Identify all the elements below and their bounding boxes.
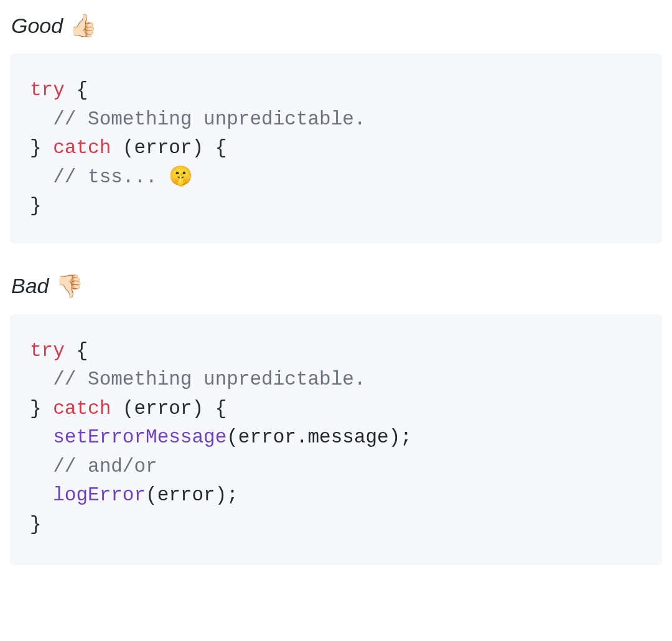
code-token: (error) { xyxy=(111,398,226,419)
code-token: // Something unpredictable. xyxy=(53,108,365,130)
code-token: (error.message); xyxy=(226,426,412,448)
code-token: // and/or xyxy=(53,456,157,477)
good-code-content: try { // Something unpredictable. } catc… xyxy=(30,76,642,221)
code-token: try xyxy=(30,79,65,101)
bad-section-label: Bad 👎🏻 xyxy=(10,273,662,299)
bad-label-text: Bad xyxy=(11,274,49,298)
bad-code-block: try { // Something unpredictable. } catc… xyxy=(10,314,662,566)
code-token: catch xyxy=(53,398,111,419)
code-token: (error) { xyxy=(111,137,226,159)
code-token: // Something unpredictable. xyxy=(53,368,365,390)
bad-code-content: try { // Something unpredictable. } catc… xyxy=(30,337,642,540)
code-token: // tss... xyxy=(53,166,169,188)
code-token: } xyxy=(30,195,42,217)
code-token: } xyxy=(30,513,42,535)
code-token: (error); xyxy=(146,484,238,506)
code-token: { xyxy=(65,340,88,362)
code-token: } xyxy=(30,137,53,159)
shush-emoji-icon: 🤫 xyxy=(169,166,193,188)
code-token: } xyxy=(30,398,53,419)
code-token: logError xyxy=(53,484,146,506)
good-code-block: try { // Something unpredictable. } catc… xyxy=(10,54,662,243)
good-label-text: Good xyxy=(11,14,63,38)
code-token: catch xyxy=(53,137,111,159)
code-token: try xyxy=(30,340,65,362)
thumbs-up-icon: 👍🏻 xyxy=(69,12,97,39)
code-token: { xyxy=(65,79,88,101)
thumbs-down-icon: 👎🏻 xyxy=(55,273,83,299)
good-section-label: Good 👍🏻 xyxy=(10,12,662,39)
code-token: setErrorMessage xyxy=(53,426,226,448)
